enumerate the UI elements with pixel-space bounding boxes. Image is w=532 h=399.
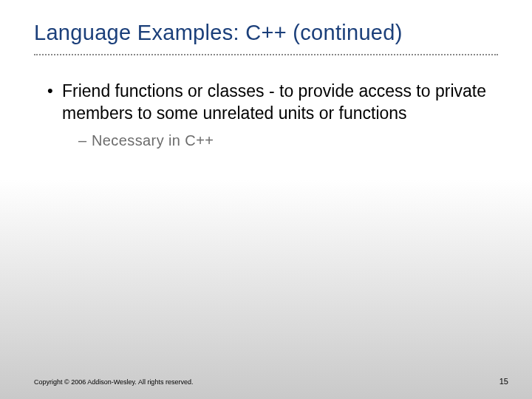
bullet-text: Friend functions or classes - to provide…: [62, 81, 486, 123]
slide-title: Language Examples: C++ (continued): [34, 21, 498, 45]
title-divider: [34, 54, 498, 55]
sub-bullet-item: Necessary in C++: [78, 131, 498, 150]
page-number: 15: [499, 377, 508, 386]
bullet-item: Friend functions or classes - to provide…: [47, 81, 498, 150]
bullet-list: Friend functions or classes - to provide…: [34, 81, 498, 150]
slide: Language Examples: C++ (continued) Frien…: [0, 0, 532, 399]
footer: Copyright © 2006 Addison-Wesley. All rig…: [34, 377, 508, 386]
copyright-text: Copyright © 2006 Addison-Wesley. All rig…: [34, 378, 193, 386]
sub-bullet-list: Necessary in C++: [62, 131, 498, 150]
